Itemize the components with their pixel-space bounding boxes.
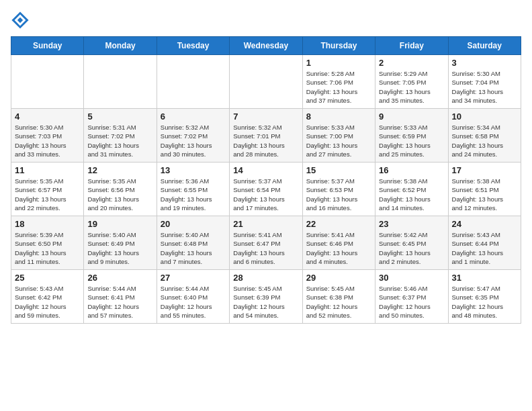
day-number: 7	[233, 111, 298, 122]
day-info: Sunrise: 5:40 AM Sunset: 6:49 PM Dayligh…	[87, 230, 152, 266]
day-info: Sunrise: 5:33 AM Sunset: 6:59 PM Dayligh…	[379, 123, 444, 158]
calendar-cell: 23Sunrise: 5:42 AM Sunset: 6:45 PM Dayli…	[375, 216, 448, 270]
calendar-cell: 4Sunrise: 5:30 AM Sunset: 7:03 PM Daylig…	[11, 109, 84, 163]
calendar-cell: 18Sunrise: 5:39 AM Sunset: 6:50 PM Dayli…	[11, 216, 84, 270]
calendar-cell: 27Sunrise: 5:44 AM Sunset: 6:40 PM Dayli…	[157, 270, 229, 324]
calendar-cell: 26Sunrise: 5:44 AM Sunset: 6:41 PM Dayli…	[84, 270, 157, 324]
calendar-cell: 17Sunrise: 5:38 AM Sunset: 6:51 PM Dayli…	[448, 163, 521, 216]
day-number: 21	[233, 219, 298, 229]
day-number: 19	[87, 219, 152, 229]
calendar-cell: 9Sunrise: 5:33 AM Sunset: 6:59 PM Daylig…	[375, 109, 448, 163]
calendar-cell: 7Sunrise: 5:32 AM Sunset: 7:01 PM Daylig…	[230, 109, 302, 163]
logo	[11, 11, 32, 30]
calendar-cell: 8Sunrise: 5:33 AM Sunset: 7:00 PM Daylig…	[302, 109, 375, 163]
day-info: Sunrise: 5:36 AM Sunset: 6:55 PM Dayligh…	[161, 177, 226, 212]
day-number: 4	[15, 111, 80, 122]
calendar-cell: 15Sunrise: 5:37 AM Sunset: 6:53 PM Dayli…	[302, 163, 375, 216]
day-info: Sunrise: 5:44 AM Sunset: 6:40 PM Dayligh…	[161, 284, 226, 320]
day-info: Sunrise: 5:37 AM Sunset: 6:54 PM Dayligh…	[233, 177, 298, 212]
calendar-cell	[157, 55, 229, 109]
calendar-cell: 31Sunrise: 5:47 AM Sunset: 6:35 PM Dayli…	[448, 270, 521, 324]
calendar-cell: 25Sunrise: 5:43 AM Sunset: 6:42 PM Dayli…	[11, 270, 84, 324]
calendar-cell: 13Sunrise: 5:36 AM Sunset: 6:55 PM Dayli…	[157, 163, 229, 216]
column-header-saturday: Saturday	[448, 37, 521, 55]
week-row-3: 11Sunrise: 5:35 AM Sunset: 6:57 PM Dayli…	[11, 163, 521, 216]
calendar-cell: 1Sunrise: 5:28 AM Sunset: 7:06 PM Daylig…	[302, 55, 375, 109]
day-info: Sunrise: 5:35 AM Sunset: 6:56 PM Dayligh…	[87, 177, 152, 212]
day-number: 10	[452, 111, 517, 122]
day-info: Sunrise: 5:31 AM Sunset: 7:02 PM Dayligh…	[87, 123, 152, 158]
day-number: 12	[87, 165, 152, 175]
calendar-cell: 28Sunrise: 5:45 AM Sunset: 6:39 PM Dayli…	[230, 270, 302, 324]
day-number: 28	[233, 273, 298, 283]
day-info: Sunrise: 5:40 AM Sunset: 6:48 PM Dayligh…	[161, 230, 226, 266]
day-info: Sunrise: 5:32 AM Sunset: 7:01 PM Dayligh…	[233, 123, 298, 158]
day-info: Sunrise: 5:37 AM Sunset: 6:53 PM Dayligh…	[306, 177, 371, 212]
column-header-wednesday: Wednesday	[230, 37, 302, 55]
column-header-friday: Friday	[375, 37, 448, 55]
day-number: 29	[306, 273, 371, 283]
calendar-cell: 29Sunrise: 5:45 AM Sunset: 6:38 PM Dayli…	[302, 270, 375, 324]
day-info: Sunrise: 5:45 AM Sunset: 6:39 PM Dayligh…	[233, 284, 298, 320]
calendar-table: SundayMondayTuesdayWednesdayThursdayFrid…	[11, 36, 521, 324]
calendar-cell: 22Sunrise: 5:41 AM Sunset: 6:46 PM Dayli…	[302, 216, 375, 270]
day-number: 9	[379, 111, 444, 122]
day-info: Sunrise: 5:38 AM Sunset: 6:52 PM Dayligh…	[379, 177, 444, 212]
day-number: 22	[306, 219, 371, 229]
calendar-cell	[84, 55, 157, 109]
calendar-cell: 21Sunrise: 5:41 AM Sunset: 6:47 PM Dayli…	[230, 216, 302, 270]
calendar-cell: 5Sunrise: 5:31 AM Sunset: 7:02 PM Daylig…	[84, 109, 157, 163]
day-info: Sunrise: 5:33 AM Sunset: 7:00 PM Dayligh…	[306, 123, 371, 158]
calendar-cell	[230, 55, 302, 109]
calendar-cell: 30Sunrise: 5:46 AM Sunset: 6:37 PM Dayli…	[375, 270, 448, 324]
day-info: Sunrise: 5:29 AM Sunset: 7:05 PM Dayligh…	[379, 69, 444, 105]
day-number: 18	[15, 219, 80, 229]
day-number: 27	[161, 273, 226, 283]
calendar-cell: 11Sunrise: 5:35 AM Sunset: 6:57 PM Dayli…	[11, 163, 84, 216]
column-header-monday: Monday	[84, 37, 157, 55]
day-info: Sunrise: 5:43 AM Sunset: 6:42 PM Dayligh…	[15, 284, 80, 320]
page-header	[11, 11, 521, 30]
calendar-cell: 14Sunrise: 5:37 AM Sunset: 6:54 PM Dayli…	[230, 163, 302, 216]
day-info: Sunrise: 5:45 AM Sunset: 6:38 PM Dayligh…	[306, 284, 371, 320]
calendar-cell: 19Sunrise: 5:40 AM Sunset: 6:49 PM Dayli…	[84, 216, 157, 270]
day-number: 16	[379, 165, 444, 175]
calendar-cell: 24Sunrise: 5:43 AM Sunset: 6:44 PM Dayli…	[448, 216, 521, 270]
day-number: 17	[452, 165, 517, 175]
column-header-thursday: Thursday	[302, 37, 375, 55]
column-header-tuesday: Tuesday	[157, 37, 229, 55]
day-info: Sunrise: 5:43 AM Sunset: 6:44 PM Dayligh…	[452, 230, 517, 266]
day-info: Sunrise: 5:39 AM Sunset: 6:50 PM Dayligh…	[15, 230, 80, 266]
day-info: Sunrise: 5:32 AM Sunset: 7:02 PM Dayligh…	[161, 123, 226, 158]
day-info: Sunrise: 5:46 AM Sunset: 6:37 PM Dayligh…	[379, 284, 444, 320]
header-row: SundayMondayTuesdayWednesdayThursdayFrid…	[11, 37, 521, 55]
day-info: Sunrise: 5:44 AM Sunset: 6:41 PM Dayligh…	[87, 284, 152, 320]
week-row-2: 4Sunrise: 5:30 AM Sunset: 7:03 PM Daylig…	[11, 109, 521, 163]
day-info: Sunrise: 5:41 AM Sunset: 6:46 PM Dayligh…	[306, 230, 371, 266]
calendar-cell: 6Sunrise: 5:32 AM Sunset: 7:02 PM Daylig…	[157, 109, 229, 163]
day-number: 1	[306, 58, 371, 68]
day-number: 11	[15, 165, 80, 175]
day-info: Sunrise: 5:47 AM Sunset: 6:35 PM Dayligh…	[452, 284, 517, 320]
calendar-cell: 2Sunrise: 5:29 AM Sunset: 7:05 PM Daylig…	[375, 55, 448, 109]
day-number: 23	[379, 219, 444, 229]
day-info: Sunrise: 5:30 AM Sunset: 7:03 PM Dayligh…	[15, 123, 80, 158]
calendar-cell: 10Sunrise: 5:34 AM Sunset: 6:58 PM Dayli…	[448, 109, 521, 163]
week-row-5: 25Sunrise: 5:43 AM Sunset: 6:42 PM Dayli…	[11, 270, 521, 324]
day-info: Sunrise: 5:34 AM Sunset: 6:58 PM Dayligh…	[452, 123, 517, 158]
logo-icon	[11, 11, 30, 30]
day-number: 14	[233, 165, 298, 175]
day-info: Sunrise: 5:35 AM Sunset: 6:57 PM Dayligh…	[15, 177, 80, 212]
calendar-cell: 12Sunrise: 5:35 AM Sunset: 6:56 PM Dayli…	[84, 163, 157, 216]
day-info: Sunrise: 5:28 AM Sunset: 7:06 PM Dayligh…	[306, 69, 371, 105]
calendar-cell	[11, 55, 84, 109]
column-header-sunday: Sunday	[11, 37, 84, 55]
calendar-cell: 3Sunrise: 5:30 AM Sunset: 7:04 PM Daylig…	[448, 55, 521, 109]
day-number: 24	[452, 219, 517, 229]
calendar-cell: 20Sunrise: 5:40 AM Sunset: 6:48 PM Dayli…	[157, 216, 229, 270]
day-number: 3	[452, 58, 517, 68]
day-number: 6	[161, 111, 226, 122]
day-info: Sunrise: 5:42 AM Sunset: 6:45 PM Dayligh…	[379, 230, 444, 266]
day-number: 5	[87, 111, 152, 122]
day-info: Sunrise: 5:38 AM Sunset: 6:51 PM Dayligh…	[452, 177, 517, 212]
